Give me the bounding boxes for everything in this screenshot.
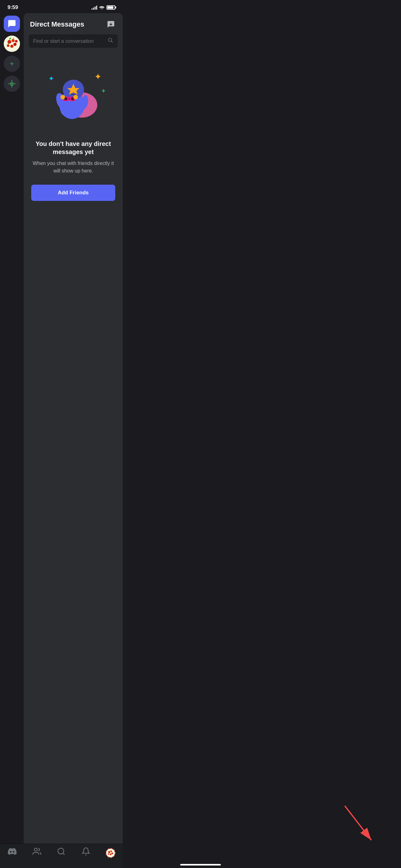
nav-item-profile[interactable] xyxy=(98,848,123,858)
bell-icon xyxy=(81,847,90,858)
svg-point-43 xyxy=(110,850,112,852)
server-avatar-cherry xyxy=(4,36,20,52)
empty-state: ✦ ✦ ✦ xyxy=(24,53,123,866)
sidebar-item-dm[interactable] xyxy=(4,16,20,32)
app-layout: + Direct Messages xyxy=(0,13,123,866)
add-friends-button[interactable]: Add Friends xyxy=(31,185,115,201)
nav-item-search[interactable] xyxy=(49,847,74,859)
friends-icon xyxy=(32,847,41,858)
search-icon xyxy=(108,37,113,45)
nav-item-notifications[interactable] xyxy=(74,847,98,859)
page-title: Direct Messages xyxy=(30,20,84,28)
svg-point-17 xyxy=(11,83,13,85)
signal-icon xyxy=(92,5,97,10)
new-dm-icon xyxy=(107,20,115,28)
svg-rect-34 xyxy=(68,98,70,100)
svg-point-0 xyxy=(101,9,102,9)
status-icons xyxy=(92,5,115,10)
sidebar-item-add-server[interactable]: + xyxy=(4,56,20,72)
nav-item-friends[interactable] xyxy=(25,847,49,859)
svg-point-40 xyxy=(58,848,64,854)
sidebar: + xyxy=(0,13,24,866)
avatar-image xyxy=(106,849,115,857)
sparkle-blue-icon: ✦ xyxy=(48,75,54,83)
plus-icon: + xyxy=(10,59,14,68)
sidebar-item-explore[interactable] xyxy=(4,75,20,92)
svg-point-42 xyxy=(108,851,110,853)
svg-point-39 xyxy=(34,848,37,851)
new-dm-button[interactable] xyxy=(105,19,116,30)
status-time: 9:59 xyxy=(7,4,18,11)
svg-point-6 xyxy=(10,45,13,48)
status-bar: 9:59 xyxy=(0,0,123,13)
search-bar[interactable] xyxy=(29,34,118,48)
main-content: Direct Messages ✦ xyxy=(24,13,123,866)
svg-point-2 xyxy=(7,40,11,44)
chat-icon xyxy=(7,19,16,28)
svg-point-36 xyxy=(73,95,78,99)
nav-item-home[interactable] xyxy=(0,847,25,859)
svg-point-44 xyxy=(111,852,113,854)
svg-point-7 xyxy=(15,40,18,42)
sidebar-item-server[interactable] xyxy=(4,36,20,52)
svg-point-4 xyxy=(13,43,16,46)
svg-rect-1 xyxy=(4,36,20,52)
discord-logo-icon xyxy=(8,847,16,858)
svg-rect-41 xyxy=(106,849,115,857)
sparkle-yellow-icon: ✦ xyxy=(94,71,101,82)
svg-point-35 xyxy=(60,95,65,99)
illustration: ✦ ✦ ✦ xyxy=(39,68,108,131)
empty-state-subtitle: When you chat with friends directly it w… xyxy=(31,160,115,175)
user-avatar-cherry xyxy=(106,849,115,857)
search-input[interactable] xyxy=(33,38,105,44)
bottom-nav xyxy=(0,844,123,866)
battery-icon xyxy=(106,5,115,10)
svg-point-5 xyxy=(7,44,9,47)
dm-header: Direct Messages xyxy=(24,13,123,34)
svg-point-45 xyxy=(108,853,109,855)
search-nav-icon xyxy=(57,847,66,858)
svg-point-3 xyxy=(11,39,15,42)
profile-avatar xyxy=(106,848,115,858)
empty-state-title: You don't have any direct messages yet xyxy=(31,140,115,156)
wifi-icon xyxy=(99,5,105,10)
explore-icon xyxy=(7,80,16,88)
svg-point-46 xyxy=(110,853,111,855)
sparkle-green-icon: ✦ xyxy=(101,87,106,95)
